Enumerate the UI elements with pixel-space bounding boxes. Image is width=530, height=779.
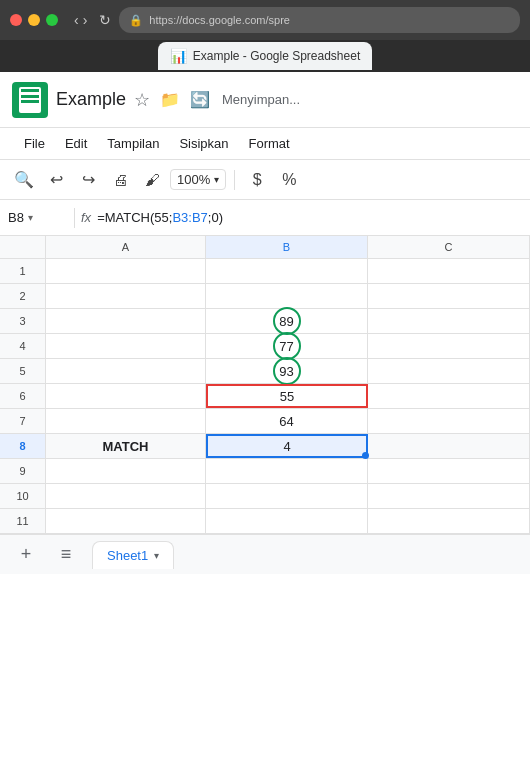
cell-reference-box[interactable]: B8 ▾: [8, 210, 68, 225]
cell-c2[interactable]: [368, 284, 530, 308]
col-header-b[interactable]: B: [206, 236, 368, 258]
add-sheet-button[interactable]: +: [12, 541, 40, 569]
cell-b8-selected[interactable]: 4: [206, 434, 368, 458]
table-row: 7 64: [0, 409, 530, 434]
app-header: Example ☆ 📁 🔄 Menyimpan...: [0, 72, 530, 128]
cell-a8[interactable]: MATCH: [46, 434, 206, 458]
row-number: 7: [0, 409, 46, 433]
cell-c8[interactable]: [368, 434, 530, 458]
cell-a6[interactable]: [46, 384, 206, 408]
table-row: 9: [0, 459, 530, 484]
redo-button[interactable]: ↪: [74, 166, 102, 194]
minimize-button[interactable]: [28, 14, 40, 26]
cell-c10[interactable]: [368, 484, 530, 508]
row-number: 10: [0, 484, 46, 508]
zoom-control[interactable]: 100% ▾: [170, 169, 226, 190]
sheet-tab-sheet1[interactable]: Sheet1 ▾: [92, 541, 174, 569]
print-button[interactable]: 🖨: [106, 166, 134, 194]
formula-bar: B8 ▾ fx =MATCH(55;B3:B7;0): [0, 200, 530, 236]
circled-value-b4: 77: [273, 332, 301, 360]
cell-b3[interactable]: 89: [206, 309, 368, 333]
tab-title: Example - Google Spreadsheet: [193, 49, 360, 63]
back-button[interactable]: ‹: [74, 12, 79, 28]
sheet-tab-dropdown-icon[interactable]: ▾: [154, 550, 159, 561]
cell-b5[interactable]: 93: [206, 359, 368, 383]
row-number-active: 8: [0, 434, 46, 458]
table-row: 8 MATCH 4: [0, 434, 530, 459]
fx-label: fx: [81, 210, 91, 225]
cell-b1[interactable]: [206, 259, 368, 283]
undo-button[interactable]: ↩: [42, 166, 70, 194]
cell-c6[interactable]: [368, 384, 530, 408]
address-bar[interactable]: 🔒 https://docs.google.com/spre: [119, 7, 520, 33]
traffic-lights: [10, 14, 58, 26]
menu-tampilan[interactable]: Tampilan: [99, 132, 167, 155]
table-row: 5 93: [0, 359, 530, 384]
paint-format-button[interactable]: 🖌: [138, 166, 166, 194]
cell-c5[interactable]: [368, 359, 530, 383]
zoom-dropdown-icon[interactable]: ▾: [214, 174, 219, 185]
col-header-c[interactable]: C: [368, 236, 530, 258]
cell-b4[interactable]: 77: [206, 334, 368, 358]
cell-c3[interactable]: [368, 309, 530, 333]
formula-content[interactable]: =MATCH(55;B3:B7;0): [97, 210, 522, 225]
cell-a5[interactable]: [46, 359, 206, 383]
cell-ref-dropdown-icon[interactable]: ▾: [28, 212, 33, 223]
spreadsheet: A B C 1 2 3 89 4 77 5 93: [0, 236, 530, 534]
menu-sisipkan[interactable]: Sisipkan: [171, 132, 236, 155]
table-row: 10: [0, 484, 530, 509]
sheet-menu-button[interactable]: ≡: [52, 541, 80, 569]
tab-icon: 📊: [170, 48, 187, 64]
row-number: 2: [0, 284, 46, 308]
forward-button[interactable]: ›: [83, 12, 88, 28]
sheets-logo: [12, 82, 48, 118]
search-button[interactable]: 🔍: [10, 166, 38, 194]
cell-a3[interactable]: [46, 309, 206, 333]
cell-c4[interactable]: [368, 334, 530, 358]
maximize-button[interactable]: [46, 14, 58, 26]
cell-b2[interactable]: [206, 284, 368, 308]
row-number: 1: [0, 259, 46, 283]
close-button[interactable]: [10, 14, 22, 26]
percent-button[interactable]: %: [275, 166, 303, 194]
star-icon[interactable]: ☆: [134, 89, 150, 111]
folder-icon[interactable]: 📁: [160, 90, 180, 109]
cell-b11[interactable]: [206, 509, 368, 533]
saving-text: Menyimpan...: [222, 92, 300, 107]
cell-b10[interactable]: [206, 484, 368, 508]
circled-value-b3: 89: [273, 307, 301, 335]
cell-a8-value: MATCH: [103, 439, 149, 454]
cell-a4[interactable]: [46, 334, 206, 358]
cell-a11[interactable]: [46, 509, 206, 533]
cell-a1[interactable]: [46, 259, 206, 283]
cell-c11[interactable]: [368, 509, 530, 533]
cell-c9[interactable]: [368, 459, 530, 483]
row-number: 3: [0, 309, 46, 333]
toolbar: 🔍 ↩ ↪ 🖨 🖌 100% ▾ $ %: [0, 160, 530, 200]
fill-handle[interactable]: [362, 452, 369, 459]
cell-b9[interactable]: [206, 459, 368, 483]
formula-separator: [74, 208, 75, 228]
cell-a10[interactable]: [46, 484, 206, 508]
cell-c7[interactable]: [368, 409, 530, 433]
cell-b6[interactable]: 55: [206, 384, 368, 408]
table-row: 6 55: [0, 384, 530, 409]
currency-button[interactable]: $: [243, 166, 271, 194]
bottom-bar: + ≡ Sheet1 ▾: [0, 534, 530, 574]
cell-a7[interactable]: [46, 409, 206, 433]
sheets-logo-inner: [19, 87, 41, 113]
formula-range: B3:B7: [172, 210, 207, 225]
refresh-button[interactable]: ↻: [99, 12, 111, 28]
cell-a2[interactable]: [46, 284, 206, 308]
cell-c1[interactable]: [368, 259, 530, 283]
menu-format[interactable]: Format: [241, 132, 298, 155]
cell-a9[interactable]: [46, 459, 206, 483]
col-header-a[interactable]: A: [46, 236, 206, 258]
menu-bar: File Edit Tampilan Sisipkan Format: [0, 128, 530, 160]
sync-icon[interactable]: 🔄: [190, 90, 210, 109]
menu-file[interactable]: File: [16, 132, 53, 155]
browser-tab[interactable]: 📊 Example - Google Spreadsheet: [158, 42, 372, 70]
menu-edit[interactable]: Edit: [57, 132, 95, 155]
cell-b7[interactable]: 64: [206, 409, 368, 433]
cell-b8-value: 4: [283, 439, 290, 454]
